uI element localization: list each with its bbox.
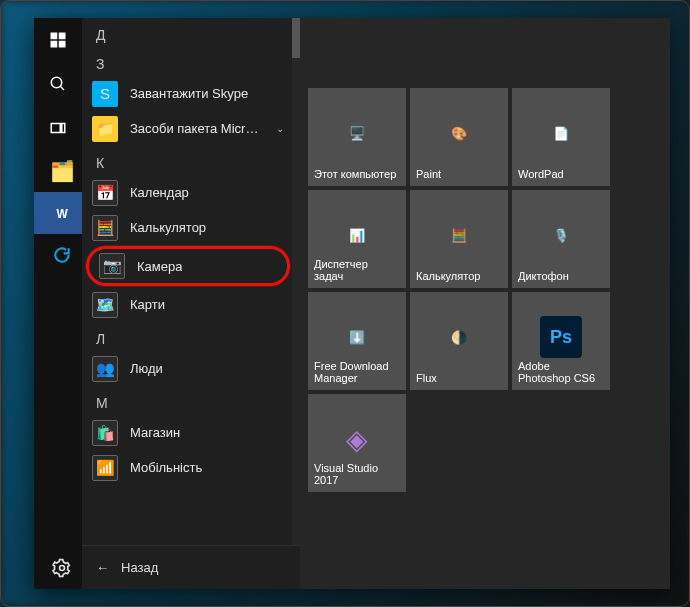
taskview-button[interactable] <box>34 106 82 150</box>
app-camera[interactable]: 📷 Камера <box>86 246 290 286</box>
tile-fdm[interactable]: ⬇️ Free Download Manager <box>308 292 406 390</box>
app-label: Засоби пакета Microsoft... <box>130 121 264 136</box>
scrollbar-thumb[interactable] <box>292 18 300 58</box>
tile-photoshop[interactable]: Ps Adobe Photoshop CS6 <box>512 292 610 390</box>
tile-wordpad[interactable]: 📄 WordPad <box>512 88 610 186</box>
calculator-icon: 🧮 <box>438 214 480 256</box>
group-letter[interactable]: Л <box>82 322 294 351</box>
maps-icon: 🗺️ <box>92 292 118 318</box>
app-label: Люди <box>130 361 163 376</box>
app-label: Магазин <box>130 425 180 440</box>
apps-column: Д З S Завантажити Skype 📁 Засоби пакета … <box>82 18 300 589</box>
tile-label: Этот компьютер <box>314 168 400 181</box>
windows-icon <box>49 31 67 49</box>
tiles-panel: 🖥️ Этот компьютер 🎨 Paint 📄 WordPad 📊 Ди… <box>300 18 670 589</box>
tile-label: Диктофон <box>518 270 604 283</box>
svg-rect-6 <box>51 124 60 133</box>
app-calendar[interactable]: 📅 Календар <box>82 175 294 210</box>
calendar-icon: 📅 <box>92 180 118 206</box>
gear-icon <box>52 558 72 578</box>
microphone-icon: 🎙️ <box>540 214 582 256</box>
camera-icon: 📷 <box>99 253 125 279</box>
arrow-left-icon: ← <box>96 560 109 575</box>
app-store[interactable]: 🛍️ Магазин <box>82 415 294 450</box>
tile-voice[interactable]: 🎙️ Диктофон <box>512 190 610 288</box>
tile-label: Paint <box>416 168 502 181</box>
tile-label: Free Download Manager <box>314 360 400 385</box>
tile-this-pc[interactable]: 🖥️ Этот компьютер <box>308 88 406 186</box>
tile-visualstudio[interactable]: ◈ Visual Studio 2017 <box>308 394 406 492</box>
app-calculator[interactable]: 🧮 Калькулятор <box>82 210 294 245</box>
tile-label: Диспетчер задач <box>314 258 400 283</box>
people-icon: 👥 <box>92 356 118 382</box>
tile-calculator[interactable]: 🧮 Калькулятор <box>410 190 508 288</box>
svg-line-5 <box>60 86 64 90</box>
taskview-icon <box>49 119 67 137</box>
svg-point-10 <box>60 566 65 571</box>
svg-rect-3 <box>59 41 66 48</box>
svg-rect-2 <box>51 41 58 48</box>
app-mobility[interactable]: 📶 Мобільність <box>82 450 294 485</box>
app-label: Календар <box>130 185 189 200</box>
app-office-tools[interactable]: 📁 Засоби пакета Microsoft... ⌄ <box>82 111 294 146</box>
tile-paint[interactable]: 🎨 Paint <box>410 88 508 186</box>
back-label: Назад <box>121 560 158 575</box>
folder-icon: 📁 <box>92 116 118 142</box>
wordpad-icon: 📄 <box>540 112 582 154</box>
tile-label: Flux <box>416 372 502 385</box>
app-label: Карти <box>130 297 165 312</box>
tile-label: WordPad <box>518 168 604 181</box>
apps-scrollbar[interactable]: ▲ <box>292 18 300 545</box>
visualstudio-icon: ◈ <box>336 418 378 460</box>
search-button[interactable] <box>34 62 82 106</box>
app-maps[interactable]: 🗺️ Карти <box>82 287 294 322</box>
paint-icon: 🎨 <box>438 112 480 154</box>
app-label: Калькулятор <box>130 220 206 235</box>
start-menu: 🗂️ W Д З S Завантажити Skype 📁 Засоби па… <box>34 18 670 589</box>
chevron-down-icon: ⌄ <box>276 123 284 134</box>
apps-list: Д З S Завантажити Skype 📁 Засоби пакета … <box>82 18 300 545</box>
folder-icon: 🗂️ <box>50 159 75 183</box>
search-icon <box>49 75 67 93</box>
skype-icon: S <box>92 81 118 107</box>
svg-point-4 <box>51 77 62 88</box>
refresh-icon <box>52 245 72 265</box>
tile-label: Калькулятор <box>416 270 502 283</box>
svg-rect-7 <box>62 124 65 133</box>
taskmgr-icon: 📊 <box>336 214 378 256</box>
calculator-icon: 🧮 <box>92 215 118 241</box>
group-letter[interactable]: М <box>82 386 294 415</box>
svg-rect-1 <box>59 33 66 40</box>
group-letter[interactable]: Д <box>82 18 294 47</box>
app-people[interactable]: 👥 Люди <box>82 351 294 386</box>
app-skype[interactable]: S Завантажити Skype <box>82 76 294 111</box>
tile-taskmanager[interactable]: 📊 Диспетчер задач <box>308 190 406 288</box>
svg-text:W: W <box>57 207 69 221</box>
word-icon: W <box>51 202 73 224</box>
back-button[interactable]: ← Назад <box>82 545 300 589</box>
start-button[interactable] <box>34 18 82 62</box>
pc-icon: 🖥️ <box>336 112 378 154</box>
group-letter[interactable]: К <box>82 146 294 175</box>
photoshop-icon: Ps <box>540 316 582 358</box>
app-label: Мобільність <box>130 460 202 475</box>
tile-label: Adobe Photoshop CS6 <box>518 360 604 385</box>
download-icon: ⬇️ <box>336 316 378 358</box>
flux-icon: 🌗 <box>438 316 480 358</box>
svg-rect-0 <box>51 33 58 40</box>
tile-label: Visual Studio 2017 <box>314 462 400 487</box>
mobility-icon: 📶 <box>92 455 118 481</box>
app-label: Завантажити Skype <box>130 86 248 101</box>
tile-flux[interactable]: 🌗 Flux <box>410 292 508 390</box>
system-rail: 🗂️ W <box>34 18 82 589</box>
group-letter[interactable]: З <box>82 47 294 76</box>
app-label: Камера <box>137 259 182 274</box>
store-icon: 🛍️ <box>92 420 118 446</box>
